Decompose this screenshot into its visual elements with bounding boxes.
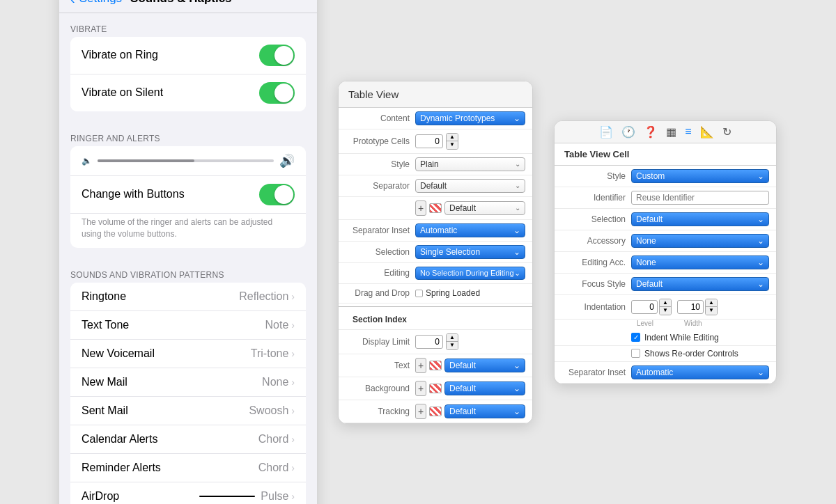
indent-width-increment[interactable]: ▲: [706, 299, 717, 307]
selection-label: Selection: [346, 247, 415, 257]
ringtone-row[interactable]: Ringtone Reflection ›: [70, 283, 306, 311]
prototype-cells-increment[interactable]: ▲: [447, 134, 458, 141]
width-sub-label: Width: [684, 320, 702, 327]
cell-separator-inset-select[interactable]: Automatic ⌄: [631, 365, 769, 379]
clock-icon[interactable]: 🕐: [621, 125, 635, 139]
indent-width-decrement[interactable]: ▼: [706, 307, 717, 315]
style-value: Plain: [420, 159, 439, 169]
text-color-plus[interactable]: +: [415, 358, 426, 373]
editing-select[interactable]: No Selection During Editing ⌄: [415, 267, 525, 280]
content-select[interactable]: Dynamic Prototypes ⌄: [415, 111, 525, 125]
inspector-title: Table View Cell: [555, 143, 776, 166]
indent-level-input[interactable]: [631, 300, 658, 314]
new-mail-row[interactable]: New Mail None ›: [70, 368, 306, 397]
change-with-buttons-row[interactable]: Change with Buttons: [70, 176, 306, 214]
background-color-arrow: ⌄: [513, 384, 520, 393]
indent-width-buttons: ▲ ▼: [705, 299, 718, 315]
calendar-alerts-row[interactable]: Calendar Alerts Chord ›: [70, 425, 306, 454]
separator-color-row: + Default ⌄: [339, 197, 532, 220]
table-icon[interactable]: ▦: [666, 125, 676, 139]
separator-inset-select[interactable]: Automatic ⌄: [415, 223, 525, 237]
new-voicemail-value: Tri-tone ›: [251, 347, 295, 360]
tracking-color-plus[interactable]: +: [415, 404, 426, 419]
volume-slider[interactable]: [98, 159, 274, 162]
reminder-alerts-row[interactable]: Reminder Alerts Chord ›: [70, 454, 306, 482]
reorder-controls-label: Shows Re-order Controls: [644, 349, 738, 359]
sent-mail-row[interactable]: Sent Mail Swoosh ›: [70, 397, 306, 425]
text-color-select[interactable]: Default ⌄: [444, 359, 525, 372]
cell-style-value: Custom: [636, 171, 665, 181]
cell-selection-row: Selection Default ⌄: [555, 209, 776, 230]
vibrate-on-silent-row[interactable]: Vibrate on Silent: [70, 74, 306, 111]
change-with-buttons-toggle[interactable]: [259, 184, 295, 205]
editing-acc-arrow: ⌄: [757, 258, 764, 267]
text-tone-value: Note ›: [265, 319, 295, 331]
separator-row: Separator Default ⌄: [339, 175, 532, 197]
accessory-label: Accessory: [562, 236, 631, 246]
separator-value: Default: [420, 181, 447, 191]
file-icon[interactable]: 📄: [599, 125, 613, 139]
text-tone-row[interactable]: Text Tone Note ›: [70, 311, 306, 340]
tracking-color-swatch[interactable]: [429, 407, 442, 416]
calendar-alerts-chevron: ›: [291, 434, 295, 445]
display-limit-input[interactable]: [415, 335, 443, 349]
ringtone-value: Reflection ›: [239, 290, 295, 303]
tracking-color-select[interactable]: Default ⌄: [444, 404, 525, 418]
accessory-value: None: [636, 236, 656, 246]
prototype-cells-label: Prototype Cells: [346, 136, 415, 146]
prototype-cells-stepper: ▲ ▼: [415, 133, 458, 150]
style-select[interactable]: Plain ⌄: [415, 157, 525, 171]
tracking-color-value: Default: [449, 407, 476, 416]
prototype-cells-input[interactable]: [415, 134, 443, 148]
selection-select[interactable]: Single Selection ⌄: [415, 245, 525, 259]
display-limit-decrement[interactable]: ▼: [447, 342, 458, 349]
separator-color-plus[interactable]: +: [415, 200, 426, 216]
background-color-select[interactable]: Default ⌄: [444, 381, 525, 395]
question-icon[interactable]: ❓: [644, 125, 658, 139]
back-chevron-icon: ‹: [70, 0, 75, 7]
inspector-toolbar: 📄 🕐 ❓ ▦ ≡ 📐 ↻: [555, 121, 776, 143]
spring-loaded-checkbox[interactable]: [415, 290, 423, 297]
separator-color-select[interactable]: Default ⌄: [444, 201, 525, 215]
indent-width-input[interactable]: [677, 300, 704, 314]
refresh-icon[interactable]: ↻: [722, 125, 732, 139]
airdrop-value: Pulse ›: [199, 490, 295, 503]
indent-level-increment[interactable]: ▲: [660, 299, 671, 307]
sent-mail-label: Sent Mail: [82, 404, 128, 417]
background-color-plus[interactable]: +: [415, 381, 426, 396]
separator-color-arrow: ⌄: [515, 204, 520, 212]
cell-selection-arrow: ⌄: [757, 214, 764, 224]
focus-style-select[interactable]: Default ⌄: [631, 277, 769, 291]
editing-acc-select[interactable]: None ⌄: [631, 255, 769, 269]
cell-selection-select[interactable]: Default ⌄: [631, 212, 769, 226]
prototype-cells-decrement[interactable]: ▼: [447, 141, 458, 149]
page-icon[interactable]: 📐: [700, 125, 714, 139]
vibrate-on-ring-row[interactable]: Vibrate on Ring: [70, 37, 306, 74]
cell-style-select[interactable]: Custom ⌄: [631, 169, 769, 183]
indent-level-decrement[interactable]: ▼: [660, 307, 671, 315]
vibrate-on-silent-toggle[interactable]: [259, 82, 295, 104]
focus-style-row: Focus Style Default ⌄: [555, 274, 776, 295]
display-limit-stepper: ▲ ▼: [415, 333, 458, 350]
vibrate-on-ring-label: Vibrate on Ring: [82, 49, 158, 61]
identifier-input[interactable]: [631, 191, 769, 205]
new-voicemail-row[interactable]: New Voicemail Tri-tone ›: [70, 340, 306, 368]
separator-inset-value: Automatic: [420, 226, 457, 235]
drag-drop-content: Spring Loaded: [415, 288, 480, 298]
indent-while-editing-checkbox[interactable]: ✓: [631, 333, 640, 342]
background-color-swatch[interactable]: [429, 384, 442, 393]
sent-mail-value: Swoosh ›: [249, 404, 295, 417]
reorder-controls-checkbox[interactable]: [631, 349, 640, 358]
display-limit-increment[interactable]: ▲: [447, 334, 458, 342]
separator-select[interactable]: Default ⌄: [415, 179, 525, 193]
indentation-fields: ▲ ▼ ▲ ▼: [631, 299, 718, 315]
sliders-icon[interactable]: ≡: [685, 125, 691, 138]
text-color-swatch[interactable]: [429, 361, 442, 370]
airdrop-row[interactable]: AirDrop Pulse ›: [70, 482, 306, 504]
vibrate-on-ring-toggle[interactable]: [259, 45, 295, 66]
editing-acc-label: Editing Acc.: [562, 258, 631, 267]
back-link[interactable]: Settings: [79, 0, 122, 6]
accessory-select[interactable]: None ⌄: [631, 234, 769, 248]
separator-color-swatch[interactable]: [429, 203, 442, 213]
editing-row: Editing No Selection During Editing ⌄: [339, 263, 532, 284]
